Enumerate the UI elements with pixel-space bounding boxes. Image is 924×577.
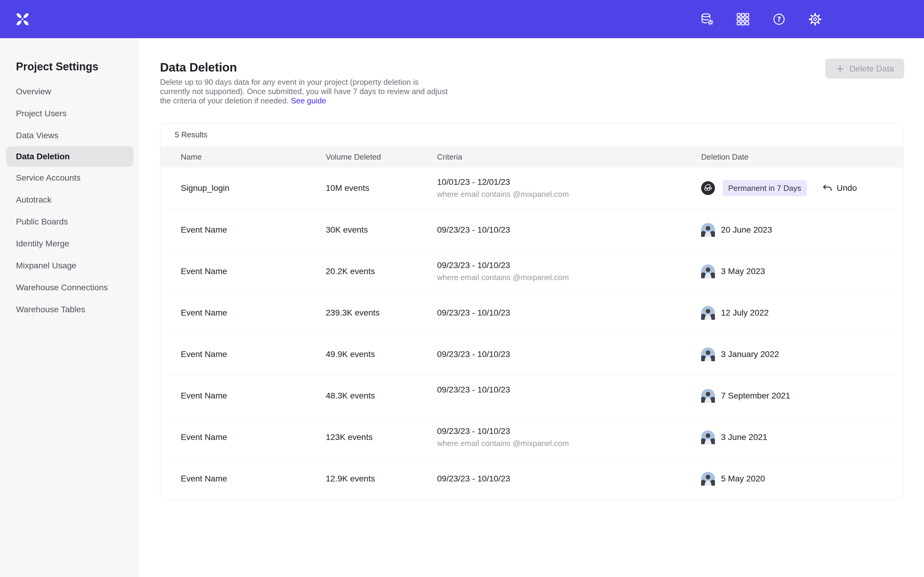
sidebar-item-public-boards[interactable]: Public Boards	[0, 211, 138, 233]
data-management-icon[interactable]	[699, 12, 714, 26]
row-volume: 20.2K events	[326, 267, 437, 276]
deletion-date: 12 July 2022	[721, 308, 769, 318]
table-body: Signup_login 10M events 10/01/23 - 12/01…	[160, 168, 903, 499]
row-name: Event Name	[181, 308, 326, 318]
row-criteria: 09/23/23 - 10/10/23	[437, 225, 701, 235]
mixpanel-logo[interactable]	[16, 12, 29, 26]
sidebar-item-warehouse-connections[interactable]: Warehouse Connections	[0, 276, 138, 298]
row-deletion-date-cell: 12 July 2022	[701, 306, 903, 320]
sidebar-item-autotrack[interactable]: Autotrack	[0, 189, 138, 211]
sidebar: Project Settings OverviewProject UsersDa…	[0, 38, 138, 577]
row-deletion-date-cell: 5 May 2020	[701, 472, 903, 486]
svg-text:?: ?	[777, 15, 781, 23]
row-deletion-date-cell: 3 January 2022	[701, 347, 903, 361]
row-criteria: 09/23/23 - 10/10/23	[437, 350, 701, 359]
table-row: Event Name 48.3K events 09/23/23 - 10/10…	[160, 375, 903, 416]
row-deletion-date-cell: 3 June 2021	[701, 430, 903, 444]
deletion-date: 7 September 2021	[721, 391, 790, 401]
row-criteria-range: 09/23/23 - 10/10/23	[437, 350, 701, 359]
table-row: Event Name 123K events 09/23/23 - 10/10/…	[160, 416, 903, 458]
topbar: ?	[0, 0, 924, 38]
row-name: Event Name	[181, 350, 326, 359]
row-volume: 48.3K events	[326, 391, 437, 401]
row-criteria-range: 09/23/23 - 10/10/23	[437, 385, 701, 395]
settings-gear-icon[interactable]	[808, 12, 822, 26]
sidebar-item-mixpanel-usage[interactable]: Mixpanel Usage	[0, 255, 138, 276]
row-name: Event Name	[181, 474, 326, 484]
row-criteria: 09/23/23 - 10/10/23	[437, 308, 701, 318]
help-icon[interactable]: ?	[772, 12, 786, 26]
deletion-date: 5 May 2020	[721, 474, 765, 484]
table-row: Event Name 20.2K events 09/23/23 - 10/10…	[160, 250, 903, 292]
sidebar-item-data-deletion[interactable]: Data Deletion	[6, 147, 134, 167]
row-criteria: 09/23/23 - 10/10/23 where email contains…	[437, 426, 701, 448]
row-name: Event Name	[181, 432, 326, 442]
deletion-date: 3 June 2021	[721, 432, 767, 442]
sidebar-heading: Project Settings	[16, 60, 138, 73]
undo-button[interactable]: Undo	[822, 183, 857, 193]
col-header-volume: Volume Deleted	[326, 152, 437, 162]
row-deletion-date-cell: Permanent in 7 Days Undo	[701, 180, 903, 196]
row-name: Event Name	[181, 225, 326, 235]
row-volume: 123K events	[326, 432, 437, 442]
deletion-date: 3 May 2023	[721, 267, 765, 276]
row-deletion-date-cell: 20 June 2023	[701, 223, 903, 237]
user-avatar-doodle	[701, 181, 715, 195]
table-row: Signup_login 10M events 10/01/23 - 12/01…	[160, 168, 903, 209]
user-avatar	[701, 223, 715, 237]
delete-data-button[interactable]: Delete Data	[825, 59, 904, 79]
row-volume: 239.3K events	[326, 308, 437, 318]
undo-label: Undo	[837, 183, 857, 193]
row-name: Event Name	[181, 391, 326, 401]
main-content: Data Deletion Delete up to 90 days data …	[138, 38, 924, 577]
user-avatar	[701, 347, 715, 361]
row-criteria-filter	[437, 397, 701, 406]
mixpanel-logo-icon	[16, 12, 29, 26]
row-criteria: 09/23/23 - 10/10/23	[437, 474, 701, 484]
sidebar-item-service-accounts[interactable]: Service Accounts	[0, 167, 138, 189]
sidebar-item-project-users[interactable]: Project Users	[0, 103, 138, 124]
row-volume: 49.9K events	[326, 350, 437, 359]
page-title: Data Deletion	[160, 60, 903, 74]
user-avatar	[701, 306, 715, 320]
page-description: Delete up to 90 days data for any event …	[160, 77, 449, 105]
results-card: 5 Results Name Volume Deleted Criteria D…	[160, 123, 903, 500]
see-guide-link[interactable]: See guide	[291, 96, 326, 105]
sidebar-item-warehouse-tables[interactable]: Warehouse Tables	[0, 298, 138, 320]
table-row: Event Name 30K events 09/23/23 - 10/10/2…	[160, 209, 903, 250]
row-criteria-range: 09/23/23 - 10/10/23	[437, 308, 701, 318]
row-criteria-range: 09/23/23 - 10/10/23	[437, 426, 701, 436]
row-criteria-range: 09/23/23 - 10/10/23	[437, 261, 701, 270]
user-avatar	[701, 430, 715, 444]
row-criteria-range: 09/23/23 - 10/10/23	[437, 225, 701, 235]
table-row: Event Name 12.9K events 09/23/23 - 10/10…	[160, 458, 903, 499]
permanent-in-7-days-badge: Permanent in 7 Days	[723, 180, 807, 196]
row-criteria: 09/23/23 - 10/10/23	[437, 385, 701, 406]
row-deletion-date-cell: 3 May 2023	[701, 264, 903, 278]
sidebar-item-identity-merge[interactable]: Identity Merge	[0, 233, 138, 255]
row-volume: 30K events	[326, 225, 437, 235]
deletion-date: 3 January 2022	[721, 350, 779, 359]
row-deletion-date-cell: 7 September 2021	[701, 389, 903, 403]
row-volume: 12.9K events	[326, 474, 437, 484]
col-header-deletion-date: Deletion Date	[701, 152, 903, 162]
results-count: 5 Results	[160, 123, 903, 147]
row-criteria: 10/01/23 - 12/01/23 where email contains…	[437, 177, 701, 199]
table-header: Name Volume Deleted Criteria Deletion Da…	[160, 147, 903, 168]
user-avatar	[701, 264, 715, 278]
topbar-icons: ?	[699, 12, 822, 26]
user-avatar	[701, 389, 715, 403]
sidebar-item-overview[interactable]: Overview	[0, 81, 138, 103]
table-row: Event Name 49.9K events 09/23/23 - 10/10…	[160, 333, 903, 375]
col-header-name: Name	[181, 152, 326, 162]
apps-grid-icon[interactable]	[736, 12, 750, 26]
row-name: Event Name	[181, 267, 326, 276]
row-criteria-filter: where email contains @mixpanel.com	[437, 272, 701, 282]
row-criteria-filter: where email contains @mixpanel.com	[437, 438, 701, 448]
plus-icon	[835, 64, 845, 73]
sidebar-item-data-views[interactable]: Data Views	[0, 124, 138, 147]
row-criteria-filter: where email contains @mixpanel.com	[437, 189, 701, 199]
user-avatar	[701, 472, 715, 486]
delete-data-label: Delete Data	[850, 64, 894, 74]
sidebar-nav: OverviewProject UsersData ViewsData Dele…	[0, 81, 138, 320]
